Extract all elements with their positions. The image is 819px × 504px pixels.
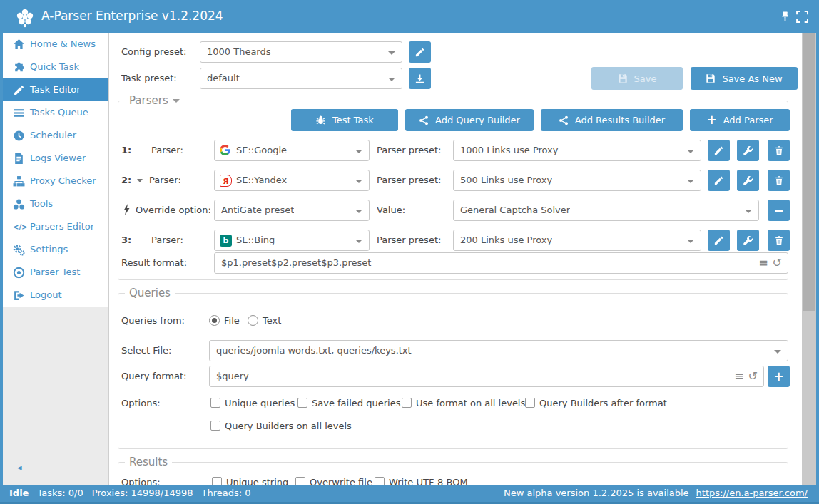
chevron-down-icon	[388, 78, 395, 81]
unique-queries-checkbox[interactable]	[210, 398, 220, 408]
sidebar-item-label: Tools	[30, 198, 53, 209]
sidebar-item-tasks-queue[interactable]: Tasks Queue	[3, 101, 108, 124]
sidebar-collapse-icon[interactable]: ◂	[17, 462, 22, 473]
parser-options-wrench-button[interactable]	[737, 230, 759, 251]
template-menu-icon[interactable]: ≡	[734, 369, 743, 383]
sidebar-item-label: Home & News	[30, 38, 96, 49]
sidebar-item-proxy-checker[interactable]: Proxy Checker	[3, 170, 108, 192]
add-results-builder-button[interactable]: Add Results Builder	[541, 109, 683, 131]
edit-config-preset-button[interactable]	[409, 41, 431, 63]
task-preset-select[interactable]: default	[200, 68, 402, 89]
clock-icon	[13, 130, 25, 142]
sidebar-item-parsers-editor[interactable]: </> Parsers Editor	[3, 215, 108, 238]
sidebar-item-logs-viewer[interactable]: Logs Viewer	[3, 147, 108, 170]
chevron-down-icon	[355, 180, 362, 183]
select-file-label: Select File:	[121, 345, 171, 356]
fullscreen-icon[interactable]	[796, 11, 808, 23]
query-format-label: Query format:	[121, 371, 186, 381]
parser-select-3[interactable]: b SE::Bing	[214, 230, 370, 251]
chevron-down-icon	[687, 180, 694, 183]
use-format-all-levels-checkbox[interactable]	[402, 398, 412, 408]
save-button[interactable]: Save	[591, 67, 683, 90]
sidebar-item-scheduler[interactable]: Scheduler	[3, 124, 108, 147]
parser-options-wrench-button[interactable]	[737, 170, 759, 191]
parser-preset-select-2[interactable]: 500 Links use Proxy	[453, 170, 701, 191]
save-as-new-button[interactable]: Save As New	[691, 67, 798, 90]
sidebar-item-label: Proxy Checker	[30, 175, 96, 186]
undo-icon[interactable]: ↺	[748, 369, 758, 383]
parser-value: SE::Yandex	[236, 175, 287, 185]
chevron-down-icon	[745, 210, 752, 213]
share-icon	[559, 115, 569, 125]
undo-icon[interactable]: ↺	[773, 256, 782, 269]
sidebar-menu: Home & News Quick Task Task Editor Tasks…	[3, 33, 108, 307]
parser-select-1[interactable]: SE::Google	[214, 140, 370, 161]
bug-icon	[315, 115, 326, 125]
query-builders-all-levels-checkbox[interactable]	[210, 421, 220, 431]
result-format-input[interactable]: $p1.preset$p2.preset$p3.preset ≡↺	[214, 252, 788, 274]
override-option-select[interactable]: AntiGate preset	[214, 200, 370, 221]
home-icon	[13, 38, 25, 51]
sidebar-item-settings[interactable]: Settings	[3, 238, 108, 261]
pencil-icon	[13, 84, 25, 96]
bing-icon: b	[220, 235, 232, 247]
status-state: Idle	[9, 488, 29, 498]
edit-parser-preset-button[interactable]	[708, 140, 730, 161]
status-threads: Threads: 0	[202, 488, 251, 498]
parser-preset-value: 1000 Links use Proxy	[460, 145, 559, 155]
add-query-builder-button[interactable]: Add Query Builder	[405, 109, 534, 131]
queries-from-label: Queries from:	[121, 315, 185, 326]
app-window: A-Parser Enterprise v1.2.2024 Home & New…	[0, 0, 819, 504]
google-icon	[220, 145, 232, 157]
sidebar-item-parser-test[interactable]: Parser Test	[3, 261, 108, 284]
sidebar-item-label: Parser Test	[30, 267, 80, 277]
use-format-all-levels-label: Use format on all levels	[416, 398, 525, 408]
query-format-input[interactable]: $query ≡↺	[209, 366, 764, 387]
results-legend[interactable]: Results	[125, 456, 172, 468]
queries-legend[interactable]: Queries	[125, 287, 175, 299]
add-parser-button[interactable]: + Add Parser	[690, 109, 790, 131]
scrollbar-thumb[interactable]	[803, 33, 815, 311]
parser-select-2[interactable]: Я SE::Yandex	[214, 170, 370, 191]
parsers-legend[interactable]: Parsers	[125, 94, 184, 107]
remove-override-button[interactable]: −	[768, 200, 790, 221]
save-failed-queries-checkbox[interactable]	[297, 398, 307, 408]
task-preset-label: Task preset:	[121, 73, 177, 83]
pin-icon[interactable]	[779, 11, 791, 23]
sidebar-item-home-news[interactable]: Home & News	[3, 33, 108, 56]
sidebar-item-logout[interactable]: Logout	[3, 284, 108, 307]
sidebar-item-quick-task[interactable]: Quick Task	[3, 56, 108, 78]
add-results-builder-label: Add Results Builder	[575, 115, 665, 125]
queries-from-text-radio[interactable]	[248, 315, 258, 326]
config-preset-select[interactable]: 1000 Theards	[200, 41, 402, 63]
chevron-down-icon	[687, 240, 694, 243]
query-builders-all-levels-label: Query Builders on all levels	[225, 421, 352, 431]
result-format-value: $p1.preset$p2.preset$p3.preset	[221, 257, 371, 268]
sidebar-item-task-editor[interactable]: Task Editor	[3, 78, 108, 101]
parser-preset-select-1[interactable]: 1000 Links use Proxy	[453, 140, 701, 161]
yandex-icon: Я	[220, 175, 232, 187]
parser-options-wrench-button[interactable]	[737, 140, 759, 161]
edit-parser-preset-button[interactable]	[708, 170, 730, 191]
queries-from-file-radio[interactable]	[209, 315, 220, 326]
test-task-button[interactable]: Test Task	[291, 109, 398, 131]
edit-parser-preset-button[interactable]	[708, 230, 730, 251]
load-task-preset-button[interactable]	[409, 68, 431, 89]
override-value-select[interactable]: General Captcha Solver	[453, 200, 759, 221]
sidebar-item-label: Settings	[30, 244, 68, 254]
update-link[interactable]: https://en.a-parser.com/	[696, 488, 808, 498]
delete-parser-button[interactable]	[768, 230, 790, 251]
delete-parser-button[interactable]	[768, 140, 790, 161]
status-bar: Idle Tasks: 0/0 Proxies: 14998/14998 Thr…	[0, 485, 819, 504]
queries-from-file-label: File	[224, 315, 240, 326]
sidebar-item-tools[interactable]: Tools	[3, 192, 108, 215]
add-query-format-button[interactable]: +	[768, 366, 790, 387]
query-format-value: $query	[216, 371, 249, 381]
vertical-scrollbar[interactable]	[802, 33, 816, 485]
parser-preset-select-3[interactable]: 200 Links use Proxy	[453, 230, 701, 251]
template-menu-icon[interactable]: ≡	[758, 256, 768, 269]
select-file-select[interactable]: queries/joomla words.txt, queries/keys.t…	[209, 340, 788, 361]
delete-parser-button[interactable]	[768, 170, 790, 191]
query-builders-after-format-checkbox[interactable]	[525, 398, 535, 408]
collapse-row-icon[interactable]	[137, 179, 143, 182]
